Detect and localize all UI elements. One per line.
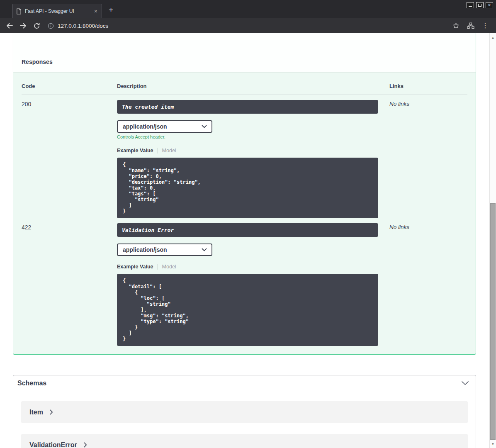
url-text: 127.0.0.1:8000/docs xyxy=(58,23,108,29)
browser-viewport: Responses Code Description Links 200 The… xyxy=(0,33,496,448)
column-header-description: Description xyxy=(117,83,389,89)
schemas-title: Schemas xyxy=(17,380,46,387)
chevron-down-icon xyxy=(202,248,207,251)
maximize-icon xyxy=(478,4,481,7)
response-row-200: 200 The created item application/json Co… xyxy=(22,95,467,218)
scrollbar-thumb[interactable] xyxy=(490,203,496,440)
accept-header-note: Controls Accept header. xyxy=(117,134,378,140)
response-links: No links xyxy=(389,223,467,346)
opblock-responses: Responses Code Description Links 200 The… xyxy=(13,33,476,355)
vertical-scrollbar[interactable]: ▲ ▼ xyxy=(489,33,496,448)
expand-chevron-icon xyxy=(84,442,87,448)
forward-button[interactable] xyxy=(19,22,27,29)
media-type-value: application/json xyxy=(123,246,167,253)
url-field[interactable]: 127.0.0.1:8000/docs xyxy=(48,23,452,29)
responses-table: Code Description Links 200 The created i… xyxy=(13,72,476,354)
column-header-links: Links xyxy=(389,83,467,89)
schemas-header[interactable]: Schemas xyxy=(13,375,476,391)
collapse-chevron-icon xyxy=(461,381,469,385)
bookmark-star-icon[interactable] xyxy=(452,22,460,29)
example-model-tabs: Example Value Model xyxy=(117,148,378,153)
window-controls: × xyxy=(467,2,493,8)
media-type-select[interactable]: application/json xyxy=(117,120,212,133)
response-description: The created item xyxy=(117,100,378,114)
response-code: 200 xyxy=(22,100,117,218)
responses-section-header: Responses xyxy=(13,33,476,72)
scroll-down-icon[interactable]: ▼ xyxy=(490,441,496,447)
address-bar: 127.0.0.1:8000/docs ⋮ xyxy=(0,18,496,33)
browser-tab[interactable]: Fast API - Swagger UI × xyxy=(12,4,102,18)
minimize-button[interactable] xyxy=(467,2,474,8)
response-links: No links xyxy=(389,100,467,218)
response-code: 422 xyxy=(22,223,117,346)
models-list: Item ValidationError xyxy=(13,391,476,448)
schemas-section: Schemas Item ValidationError xyxy=(13,375,476,448)
maximize-button[interactable] xyxy=(476,2,484,8)
minimize-icon xyxy=(469,6,472,7)
model-name: ValidationError xyxy=(29,441,77,448)
model-validationerror[interactable]: ValidationError xyxy=(21,434,468,448)
extensions-icon[interactable] xyxy=(467,22,474,29)
swagger-page: Responses Code Description Links 200 The… xyxy=(0,33,489,448)
response-description: Validation Error xyxy=(117,223,378,237)
tab-model[interactable]: Model xyxy=(158,148,176,153)
site-info-icon xyxy=(48,23,54,29)
browser-titlebar: Fast API - Swagger UI × + × xyxy=(0,0,496,18)
back-button[interactable] xyxy=(6,22,13,29)
example-json-200: { "name": "string", "price": 0, "descrip… xyxy=(117,158,378,218)
new-tab-button[interactable]: + xyxy=(109,6,113,14)
media-type-select[interactable]: application/json xyxy=(117,243,212,256)
tab-model[interactable]: Model xyxy=(158,264,176,270)
media-type-value: application/json xyxy=(123,123,167,130)
tab-example-value[interactable]: Example Value xyxy=(117,148,153,153)
model-name: Item xyxy=(29,409,43,416)
responses-table-head: Code Description Links xyxy=(22,72,467,95)
example-model-tabs: Example Value Model xyxy=(117,264,378,270)
tab-close-icon[interactable]: × xyxy=(93,8,98,14)
reload-button[interactable] xyxy=(33,22,40,29)
tab-title: Fast API - Swagger UI xyxy=(25,8,93,14)
chevron-down-icon xyxy=(202,125,207,128)
close-button[interactable]: × xyxy=(486,2,493,8)
example-json-422: { "detail": [ { "loc": [ "string" ], "ms… xyxy=(117,274,378,346)
model-item[interactable]: Item xyxy=(21,401,468,423)
expand-chevron-icon xyxy=(50,409,53,415)
tab-example-value[interactable]: Example Value xyxy=(117,264,153,270)
responses-title: Responses xyxy=(22,58,467,65)
page-favicon-icon xyxy=(16,8,22,15)
response-row-422: 422 Validation Error application/json Ex… xyxy=(22,218,467,346)
column-header-code: Code xyxy=(22,83,117,89)
browser-menu-icon[interactable]: ⋮ xyxy=(482,22,489,29)
scroll-up-icon[interactable]: ▲ xyxy=(490,34,496,41)
